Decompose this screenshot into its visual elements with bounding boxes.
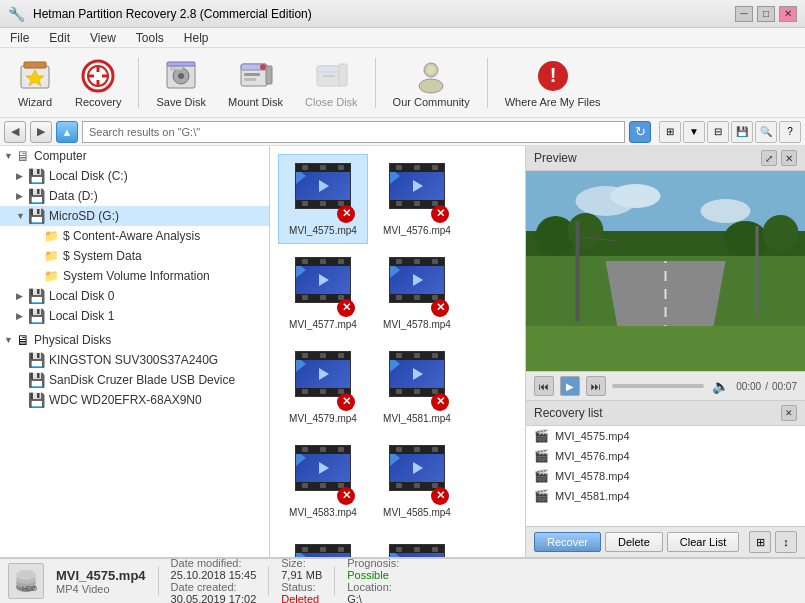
tree-item-content-aware[interactable]: 📁 $ Content-Aware Analysis: [0, 226, 269, 246]
tree-item-data-d[interactable]: ▶ 💾 Data (D:): [0, 186, 269, 206]
file-name-mvi4577: MVI_4577.mp4: [289, 319, 357, 330]
tree-item-sandisk[interactable]: 💾 SanDisk Cruzer Blade USB Device: [0, 370, 269, 390]
community-button[interactable]: Our Community: [384, 53, 479, 113]
sort-list-button[interactable]: ⊞: [749, 531, 771, 553]
save-disk-icon: [163, 58, 199, 94]
play-button[interactable]: ▶: [560, 376, 580, 396]
file-item-mvi4583[interactable]: ✕ MVI_4583.mp4: [278, 436, 368, 526]
view-icons-button[interactable]: ⊞: [659, 121, 681, 143]
file-item-mvi4578[interactable]: ✕ MVI_4578.mp4: [372, 248, 462, 338]
filter-button[interactable]: ▼: [683, 121, 705, 143]
sort-order-button[interactable]: ↕: [775, 531, 797, 553]
svg-point-43: [701, 199, 751, 223]
close-button[interactable]: ✕: [779, 6, 797, 22]
status-status: Status: Deleted: [281, 581, 322, 603]
search-input[interactable]: [82, 121, 625, 143]
recovery-button[interactable]: Recovery: [66, 53, 130, 113]
kingston-icon: 💾: [28, 352, 45, 368]
menu-tools[interactable]: Tools: [130, 29, 170, 47]
svg-marker-35: [319, 462, 329, 474]
menu-help[interactable]: Help: [178, 29, 215, 47]
up-button[interactable]: ▲: [56, 121, 78, 143]
mount-disk-button[interactable]: Mount Disk: [219, 53, 292, 113]
wizard-button[interactable]: Wizard: [8, 53, 62, 113]
maximize-button[interactable]: □: [757, 6, 775, 22]
location-value: G:\: [347, 593, 399, 603]
preview-expand-button[interactable]: ⤢: [761, 150, 777, 166]
list-item[interactable]: 🎬 MVI_4576.mp4: [526, 446, 805, 466]
status-date-created: Date created: 30.05.2019 17:02: [171, 581, 257, 603]
svg-rect-19: [266, 66, 272, 84]
window-title: Hetman Partition Recovery 2.8 (Commercia…: [33, 7, 735, 21]
tree-item-local-disk-0[interactable]: ▶ 💾 Local Disk 0: [0, 286, 269, 306]
fast-forward-button[interactable]: ⏭: [586, 376, 606, 396]
clear-list-button[interactable]: Clear List: [667, 532, 739, 552]
status-file-info: MVI_4575.mp4 MP4 Video: [56, 568, 146, 595]
file-name-mvi4579: MVI_4579.mp4: [289, 413, 357, 424]
tree-item-local-c[interactable]: ▶ 💾 Local Disk (C:): [0, 166, 269, 186]
save-list-button[interactable]: 💾: [731, 121, 753, 143]
file-icon: ✕: [295, 445, 351, 501]
svg-rect-55: [526, 326, 805, 371]
where-files-button[interactable]: ! Where Are My Files: [496, 53, 610, 113]
recover-button[interactable]: Recover: [534, 532, 601, 552]
search-button[interactable]: 🔍: [755, 121, 777, 143]
list-item[interactable]: 🎬 MVI_4578.mp4: [526, 466, 805, 486]
delete-button[interactable]: Delete: [605, 532, 663, 552]
close-disk-button[interactable]: Close Disk: [296, 53, 367, 113]
save-disk-button[interactable]: Save Disk: [147, 53, 215, 113]
svg-point-11: [178, 73, 184, 79]
file-icon: ✕: [389, 544, 445, 557]
tree-item-sys-vol-info[interactable]: 📁 System Volume Information: [0, 266, 269, 286]
preview-close-button[interactable]: ✕: [781, 150, 797, 166]
close-disk-label: Close Disk: [305, 96, 358, 108]
status-separator-3: [334, 566, 335, 596]
tree-label-local-disk-0: Local Disk 0: [49, 289, 114, 303]
refresh-button[interactable]: ↻: [629, 121, 651, 143]
file-item-mvi4587b[interactable]: ✕: [372, 530, 462, 557]
list-item[interactable]: 🎬 MVI_4581.mp4: [526, 486, 805, 506]
menu-edit[interactable]: Edit: [43, 29, 76, 47]
file-item-mvi4577[interactable]: ✕ MVI_4577.mp4: [278, 248, 368, 338]
mount-disk-label: Mount Disk: [228, 96, 283, 108]
file-item-mvi4575[interactable]: ✕ MVI_4575.mp4: [278, 154, 368, 244]
file-item-mvi4585[interactable]: ✕ MVI_4585.mp4: [372, 436, 462, 526]
file-item-mvi4581[interactable]: ✕ MVI_4581.mp4: [372, 342, 462, 432]
tree-label-content-aware: $ Content-Aware Analysis: [63, 229, 200, 243]
deleted-badge: ✕: [337, 393, 355, 411]
tree-item-microsd[interactable]: ▼ 💾 MicroSD (G:): [0, 206, 269, 226]
back-button[interactable]: ◀: [4, 121, 26, 143]
tree-item-system-data[interactable]: 📁 $ System Data: [0, 246, 269, 266]
svg-text:!: !: [549, 64, 556, 86]
file-icon: ✕: [295, 257, 351, 313]
time-current: 00:00: [736, 381, 761, 392]
menu-file[interactable]: File: [4, 29, 35, 47]
list-item[interactable]: 🎬 MVI_4575.mp4: [526, 426, 805, 446]
tree-item-computer[interactable]: ▼ 🖥 Computer: [0, 146, 269, 166]
minimize-button[interactable]: ─: [735, 6, 753, 22]
forward-button[interactable]: ▶: [30, 121, 52, 143]
recovery-list-close-button[interactable]: ✕: [781, 405, 797, 421]
file-item-mvi4576[interactable]: ✕ MVI_4576.mp4: [372, 154, 462, 244]
file-item-mvi4587a[interactable]: ✕: [278, 530, 368, 557]
recovery-file-icon: 🎬: [534, 429, 549, 443]
tree-item-kingston[interactable]: 💾 KINGSTON SUV300S37A240G: [0, 350, 269, 370]
rewind-button[interactable]: ⏮: [534, 376, 554, 396]
deleted-badge: ✕: [431, 487, 449, 505]
tree-item-physical-disks[interactable]: ▼ 🖥 Physical Disks: [0, 330, 269, 350]
progress-bar[interactable]: [612, 384, 704, 388]
large-icons-button[interactable]: ⊟: [707, 121, 729, 143]
status-value: Deleted: [281, 593, 322, 603]
svg-marker-34: [413, 368, 423, 380]
deleted-badge: ✕: [431, 393, 449, 411]
tree-item-local-disk-1[interactable]: ▶ 💾 Local Disk 1: [0, 306, 269, 326]
statusbar: HDD MVI_4575.mp4 MP4 Video Date modified…: [0, 557, 805, 603]
tree-item-wdc[interactable]: 💾 WDC WD20EFRX-68AX9N0: [0, 390, 269, 410]
file-item-mvi4579[interactable]: ✕ MVI_4579.mp4: [278, 342, 368, 432]
svg-point-26: [427, 66, 435, 74]
svg-point-59: [16, 570, 36, 580]
svg-point-25: [419, 79, 443, 93]
recovery-actions: Recover Delete Clear List ⊞ ↕: [526, 526, 805, 557]
help-button[interactable]: ?: [779, 121, 801, 143]
menu-view[interactable]: View: [84, 29, 122, 47]
